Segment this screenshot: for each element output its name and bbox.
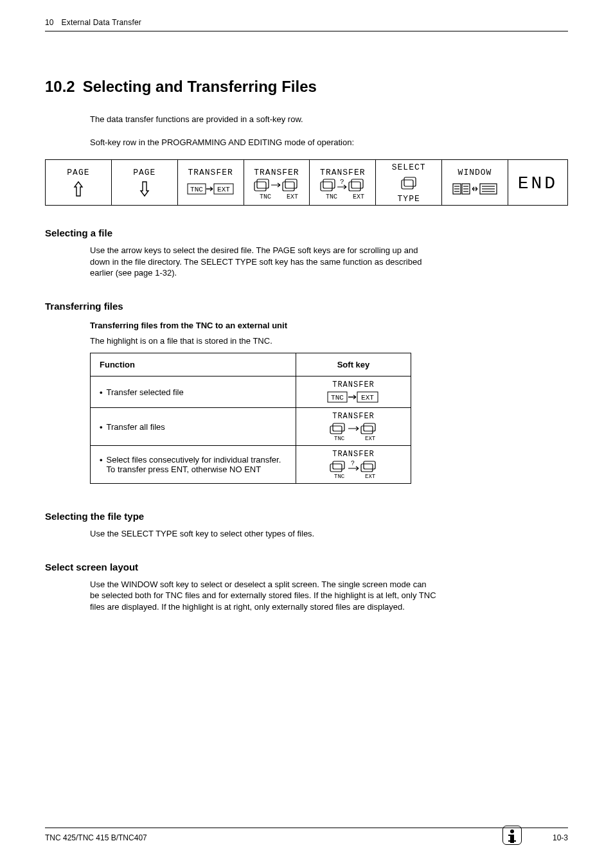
function-cell: Select files consecutively for individua… xyxy=(107,455,287,474)
svg-rect-36 xyxy=(333,423,344,431)
softkey-illustration: TRANSFER TNC EXT xyxy=(326,380,380,403)
softkey-label: TRANSFER xyxy=(332,450,375,459)
bullet-icon: • xyxy=(100,387,103,397)
svg-rect-44 xyxy=(364,461,375,469)
svg-rect-5 xyxy=(257,179,269,188)
softkey-end: END xyxy=(508,160,567,205)
intro-paragraph-2: Soft-key row in the PROGRAMMING AND EDIT… xyxy=(90,137,437,148)
subheading-screen-layout: Select screen layout xyxy=(45,562,568,572)
softkey-label: WINDOW xyxy=(458,168,492,177)
svg-text:TNC: TNC xyxy=(190,186,203,193)
section-number: 10.2 xyxy=(45,78,75,96)
chapter-number: 10 xyxy=(45,18,59,27)
subheading-transferring: Transferring files xyxy=(45,301,568,312)
svg-rect-7 xyxy=(285,179,297,188)
subheading-selecting-file: Selecting a file xyxy=(45,227,568,238)
softkey-row-figure: PAGE PAGE TRANSFER TNC EXT xyxy=(45,159,568,206)
page-up-icon xyxy=(72,179,85,199)
svg-rect-6 xyxy=(283,182,294,191)
softkey-illustration: TRANSFER ? TNC EXT xyxy=(326,450,380,479)
table-header-function: Function xyxy=(91,353,296,376)
page-header: 10 External Data Transfer xyxy=(45,18,568,31)
table-row: •Transfer selected file TRANSFER TNC EXT xyxy=(91,376,411,407)
svg-text:EXT: EXT xyxy=(361,394,374,402)
svg-text:EXT: EXT xyxy=(365,474,376,479)
table-row: •Transfer all files TRANSFER TNC EXT xyxy=(91,407,411,445)
end-label: END xyxy=(518,173,558,193)
window-icon xyxy=(452,179,498,199)
svg-text:TNC: TNC xyxy=(326,193,337,200)
softkey-label: TRANSFER xyxy=(254,168,299,177)
svg-rect-38 xyxy=(364,423,375,431)
function-table: Function Soft key •Transfer selected fil… xyxy=(90,353,411,484)
softkey-label: PAGE xyxy=(133,168,155,177)
svg-text:TNC: TNC xyxy=(334,436,345,441)
table-row: •Select files consecutively for individu… xyxy=(91,445,411,483)
softkey-window: WINDOW xyxy=(442,160,508,205)
svg-rect-18 xyxy=(404,177,416,186)
transfer-all-icon: TNC EXT xyxy=(251,179,302,199)
info-icon xyxy=(502,826,522,845)
transfer-selective-icon: ? TNC EXT xyxy=(317,179,368,199)
svg-text:?: ? xyxy=(340,178,344,186)
svg-text:EXT: EXT xyxy=(217,186,230,193)
svg-rect-10 xyxy=(321,182,332,191)
svg-rect-41 xyxy=(330,464,342,472)
softkey-illustration: TRANSFER TNC EXT xyxy=(326,412,380,441)
svg-text:EXT: EXT xyxy=(353,193,364,200)
subheading-select-type: Selecting the file type xyxy=(45,511,568,522)
softkey-label: TRANSFER xyxy=(332,412,375,421)
svg-text:EXT: EXT xyxy=(365,436,376,441)
footer-left: TNC 425/TNC 415 B/TNC407 xyxy=(45,833,147,842)
svg-rect-11 xyxy=(323,179,335,188)
transfer-box-icon: TNC EXT xyxy=(187,179,235,199)
select-type-paragraph: Use the SELECT TYPE soft key to select o… xyxy=(90,528,437,540)
transfer-selective-icon: ? TNC EXT xyxy=(326,460,380,479)
softkey-label-2: TYPE xyxy=(398,194,420,204)
function-cell: Transfer all files xyxy=(107,422,165,432)
svg-rect-17 xyxy=(402,180,413,189)
svg-rect-35 xyxy=(330,426,342,434)
softkey-label: TRANSFER xyxy=(320,168,365,177)
softkey-label: PAGE xyxy=(67,168,89,177)
select-type-icon xyxy=(399,173,418,193)
table-header-softkey: Soft key xyxy=(296,353,411,376)
softkey-label: SELECT xyxy=(392,163,426,172)
svg-rect-42 xyxy=(333,461,344,469)
footer-right: 10-3 xyxy=(553,833,568,842)
svg-rect-37 xyxy=(361,426,373,434)
transfer-all-icon: TNC EXT xyxy=(326,422,380,441)
table-header-row: Function Soft key xyxy=(91,353,411,376)
intro-paragraph-1: The data transfer functions are provided… xyxy=(90,114,437,125)
softkey-transfer-all: TRANSFER TNC EXT xyxy=(244,160,310,205)
softkey-transfer-tnc-ext: TRANSFER TNC EXT xyxy=(178,160,244,205)
page-footer: TNC 425/TNC 415 B/TNC407 10-3 xyxy=(45,828,568,842)
selecting-file-paragraph: Use the arrow keys to select the desired… xyxy=(90,245,437,279)
transferring-paragraph: The highlight is on a file that is store… xyxy=(90,335,437,347)
svg-text:?: ? xyxy=(351,460,355,467)
subsubheading-transferring: Transferring files from the TNC to an ex… xyxy=(90,321,568,330)
softkey-label: TRANSFER xyxy=(188,168,233,177)
screen-layout-paragraph: Use the WINDOW soft key to select or des… xyxy=(90,579,437,613)
svg-text:TNC: TNC xyxy=(334,474,345,479)
softkey-page-up: PAGE xyxy=(46,160,112,205)
function-cell: Transfer selected file xyxy=(107,387,184,397)
page-down-icon xyxy=(138,179,151,199)
svg-rect-13 xyxy=(351,179,363,188)
softkey-transfer-selective: TRANSFER ? TNC EXT xyxy=(310,160,376,205)
softkey-page-down: PAGE xyxy=(112,160,178,205)
section-heading: 10.2Selecting and Transferring Files xyxy=(45,78,568,96)
svg-text:TNC: TNC xyxy=(260,193,271,200)
section-title: Selecting and Transferring Files xyxy=(83,78,317,95)
svg-text:EXT: EXT xyxy=(287,193,298,200)
bullet-icon: • xyxy=(100,422,103,432)
softkey-label: TRANSFER xyxy=(332,380,375,389)
svg-rect-43 xyxy=(361,464,373,472)
svg-rect-4 xyxy=(254,182,266,191)
bullet-icon: • xyxy=(100,455,103,474)
transfer-box-icon: TNC EXT xyxy=(326,391,380,403)
svg-text:TNC: TNC xyxy=(331,394,344,402)
chapter-title: External Data Transfer xyxy=(62,18,141,27)
svg-rect-12 xyxy=(349,182,360,191)
softkey-select-type: SELECT TYPE xyxy=(376,160,442,205)
